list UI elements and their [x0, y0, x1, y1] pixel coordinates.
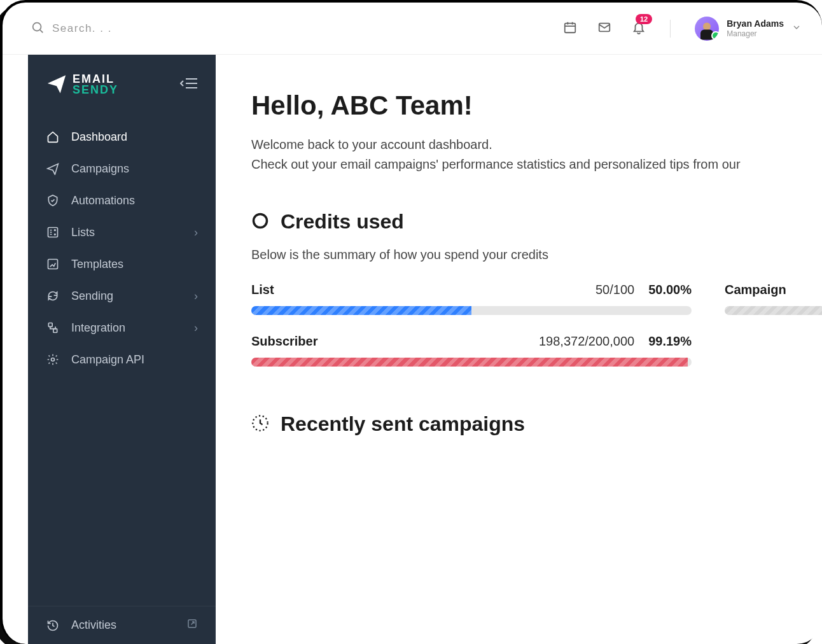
sidebar-item-label: Lists [71, 226, 183, 239]
progress-fill-list [251, 306, 471, 315]
sidebar-item-integration[interactable]: Integration › [28, 312, 216, 344]
credit-numbers-list: 50/100 [596, 283, 634, 297]
mail-icon[interactable] [597, 20, 611, 37]
sidebar-item-automations[interactable]: Automations [28, 185, 216, 216]
svg-rect-18 [53, 329, 57, 333]
sidebar-item-campaign-api[interactable]: Campaign API [28, 344, 216, 375]
calendar-icon[interactable] [563, 20, 577, 37]
credits-title: Credits used [281, 210, 404, 234]
list-icon [46, 225, 60, 239]
logo[interactable]: EMAIL SENDY [46, 73, 118, 97]
shield-check-icon [46, 193, 60, 207]
home-icon [46, 130, 60, 144]
history-icon [46, 619, 60, 633]
credits-subtitle: Below is the summary of how you spend yo… [251, 248, 822, 262]
refresh-icon [46, 289, 60, 303]
profile-role: Manager [727, 29, 784, 38]
paper-plane-icon [46, 73, 67, 97]
external-link-icon [186, 618, 198, 633]
credit-numbers-subscriber: 198,372/200,000 [539, 334, 634, 349]
progress-fill-campaign [725, 306, 822, 315]
sidebar-item-dashboard[interactable]: Dashboard [28, 121, 216, 153]
sidebar-item-label: Campaign API [71, 353, 198, 367]
logo-text-2: SENDY [73, 85, 118, 95]
credits-heading: Credits used [251, 210, 822, 234]
progress-list [251, 306, 692, 315]
svg-point-15 [55, 234, 56, 235]
svg-point-21 [254, 214, 267, 227]
sidebar-item-sending[interactable]: Sending › [28, 280, 216, 312]
credit-label-list: List [251, 283, 596, 297]
recent-heading: Recently sent campaigns [251, 412, 822, 436]
sidebar-item-label: Dashboard [71, 130, 198, 144]
svg-point-0 [33, 22, 41, 31]
sidebar-item-templates[interactable]: Templates [28, 248, 216, 280]
sidebar-item-label: Campaigns [71, 162, 198, 176]
svg-line-1 [40, 30, 43, 32]
svg-point-14 [55, 230, 56, 231]
template-icon [46, 257, 60, 271]
sidebar-item-activities[interactable]: Activities [28, 606, 216, 644]
svg-rect-10 [48, 228, 58, 237]
profile-name: Bryan Adams [727, 18, 784, 29]
welcome-text: Welcome back to your account dashboard. … [251, 135, 822, 174]
recent-title: Recently sent campaigns [281, 412, 525, 436]
progress-fill-subscriber [251, 358, 688, 367]
sidebar: EMAIL SENDY Dashboard Campaigns [28, 55, 216, 644]
svg-rect-2 [565, 23, 576, 32]
divider [670, 20, 671, 38]
progress-subscriber [251, 358, 692, 367]
chevron-right-icon: › [194, 226, 198, 239]
svg-rect-17 [48, 323, 52, 327]
collapse-sidebar-button[interactable] [180, 76, 198, 93]
svg-point-19 [52, 358, 55, 361]
nav: Dashboard Campaigns Automations Lists › [28, 115, 216, 382]
main: Hello, ABC Team! Welcome back to your ac… [216, 55, 822, 644]
sidebar-item-label: Sending [71, 290, 183, 303]
search-input[interactable] [52, 22, 243, 35]
avatar [695, 17, 719, 41]
notification-badge: 12 [636, 14, 652, 24]
search[interactable] [31, 20, 563, 37]
sidebar-item-campaigns[interactable]: Campaigns [28, 153, 216, 185]
sidebar-item-label: Activities [71, 619, 175, 632]
profile-text: Bryan Adams Manager [727, 18, 784, 38]
donut-icon [251, 212, 269, 232]
clock-dotted-icon [251, 414, 269, 435]
credit-pct-subscriber: 99.19% [648, 334, 692, 349]
credit-label-campaign: Campaign [725, 283, 822, 297]
sidebar-footer: Activities [28, 606, 216, 644]
send-icon [46, 162, 60, 176]
credit-pct-list: 50.00% [648, 283, 692, 297]
chevron-right-icon: › [194, 290, 198, 303]
svg-rect-16 [48, 260, 58, 269]
topbar-actions: 12 Bryan Adams Manager [563, 17, 802, 41]
sidebar-header: EMAIL SENDY [28, 61, 216, 115]
progress-campaign [725, 306, 822, 315]
chevron-right-icon: › [194, 321, 198, 335]
credits-row: List 50/100 50.00% Subscriber 198,372/20… [251, 283, 822, 386]
sidebar-item-label: Automations [71, 194, 198, 207]
sidebar-item-label: Templates [71, 258, 198, 271]
credit-label-subscriber: Subscriber [251, 334, 539, 349]
plug-icon [46, 321, 60, 335]
sidebar-item-lists[interactable]: Lists › [28, 216, 216, 248]
gear-icon [46, 353, 60, 367]
search-icon [31, 20, 45, 37]
page-title: Hello, ABC Team! [251, 90, 822, 121]
profile-menu[interactable]: Bryan Adams Manager [695, 17, 802, 41]
topbar: 12 Bryan Adams Manager [3, 3, 822, 55]
chevron-down-icon [791, 22, 802, 35]
sidebar-item-label: Integration [71, 321, 183, 335]
bell-icon[interactable]: 12 [632, 20, 646, 37]
